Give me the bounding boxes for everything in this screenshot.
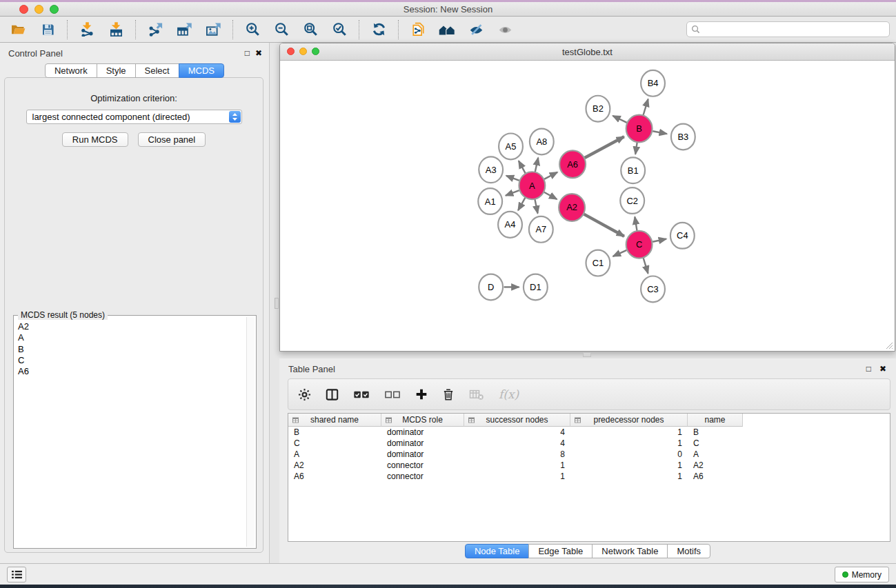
zoom-out-button[interactable] [267, 19, 296, 41]
export-network-button[interactable] [141, 19, 170, 41]
edge-C-C4[interactable] [653, 239, 666, 242]
graph-node-A1[interactable]: A1 [478, 188, 502, 214]
cell-predecessor-nodes[interactable]: 0 [570, 449, 688, 460]
edge-B-B2[interactable] [613, 116, 626, 123]
graph-node-A7[interactable]: A7 [529, 216, 553, 243]
close-panel-button-icon[interactable]: ✖ [255, 48, 262, 58]
cell-name[interactable]: C [688, 438, 743, 449]
cell-successor-nodes[interactable]: 4 [464, 438, 570, 449]
graph-node-B3[interactable]: B3 [671, 124, 695, 150]
cell-successor-nodes[interactable]: 4 [464, 427, 570, 438]
graph-node-A6[interactable]: A6 [559, 150, 586, 178]
search-box[interactable] [686, 21, 890, 37]
memory-button[interactable]: Memory [835, 567, 889, 582]
resize-grip-icon[interactable] [884, 341, 893, 349]
cell-name[interactable]: A [688, 449, 743, 460]
edge-B-B3[interactable] [653, 131, 667, 134]
graph-node-B[interactable]: B [626, 115, 653, 143]
graph-node-D[interactable]: D [479, 274, 503, 301]
table-row-a6[interactable]: A6connector11A6 [288, 471, 890, 482]
criterion-select[interactable]: largest connected component (directed) [26, 110, 242, 124]
table-settings-button[interactable] [298, 388, 311, 401]
cell-predecessor-nodes[interactable]: 1 [570, 460, 688, 471]
show-all-button[interactable] [490, 19, 519, 41]
edge-B-B1[interactable] [635, 142, 637, 154]
graph-node-A[interactable]: A [519, 172, 545, 199]
horizontal-splitter-handle[interactable] [583, 352, 591, 357]
unselect-all-columns-button[interactable] [384, 388, 401, 401]
edge-A6-B[interactable] [585, 136, 624, 158]
edge-A-A1[interactable] [506, 190, 519, 195]
graph-node-A2[interactable]: A2 [559, 194, 585, 221]
zoom-in-button[interactable] [238, 19, 267, 41]
edge-A-A3[interactable] [506, 176, 519, 181]
import-network-button[interactable] [72, 19, 101, 41]
cell-shared-name[interactable]: C [288, 438, 381, 449]
new-network-from-selection-button[interactable] [404, 19, 432, 41]
tab-mcds[interactable]: MCDS [179, 63, 224, 78]
cell-name[interactable]: B [688, 427, 743, 438]
hide-selected-button[interactable] [461, 19, 490, 41]
cell-predecessor-nodes[interactable]: 1 [570, 427, 688, 438]
export-table-button[interactable] [170, 19, 199, 41]
graph-node-C3[interactable]: C3 [641, 276, 665, 303]
graph-node-B1[interactable]: B1 [621, 157, 645, 183]
edge-C-C1[interactable] [613, 250, 627, 256]
network-canvas[interactable]: B4B2BB3A8A5A6A3B1AA1C2A2A4A7C4CC1C3DD1 [280, 61, 895, 351]
zoom-fit-button[interactable] [296, 19, 325, 41]
result-scrollbar[interactable] [246, 317, 255, 547]
table-tab-node-table[interactable]: Node Table [465, 544, 530, 558]
save-session-button[interactable] [33, 19, 62, 41]
edge-A-A6[interactable] [544, 172, 557, 179]
graph-node-A5[interactable]: A5 [499, 134, 523, 160]
column-header-shared-name[interactable]: shared name [288, 414, 381, 427]
cell-mcds-role[interactable]: dominator [381, 427, 464, 438]
zoom-selected-button[interactable] [325, 19, 354, 41]
edge-A2-C[interactable] [584, 214, 624, 236]
vertical-splitter-handle[interactable] [275, 298, 279, 309]
network-window-titlebar[interactable]: testGlobe.txt [280, 43, 895, 61]
graph-node-D1[interactable]: D1 [524, 274, 548, 301]
table-row-a[interactable]: Adominator80A [288, 449, 890, 460]
edge-C-C2[interactable] [635, 217, 637, 231]
cell-mcds-role[interactable]: dominator [381, 449, 464, 460]
delete-columns-button[interactable] [442, 388, 455, 401]
graph-node-C[interactable]: C [626, 231, 653, 258]
import-table-button[interactable] [101, 19, 130, 41]
cell-mcds-role[interactable]: connector [381, 471, 464, 482]
table-tab-motifs[interactable]: Motifs [667, 544, 710, 558]
first-neighbors-button[interactable] [432, 19, 461, 41]
cell-name[interactable]: A6 [688, 471, 743, 482]
cell-mcds-role[interactable]: dominator [381, 438, 464, 449]
result-item-a6[interactable]: A6 [18, 366, 245, 377]
graph-node-C2[interactable]: C2 [620, 187, 644, 214]
panel-list-button[interactable] [7, 567, 26, 582]
graph-node-C4[interactable]: C4 [670, 223, 695, 249]
edge-A-A8[interactable] [535, 158, 539, 172]
select-all-columns-button[interactable] [353, 388, 370, 401]
cell-shared-name[interactable]: A2 [288, 460, 381, 471]
table-row-c[interactable]: Cdominator41C [288, 438, 890, 449]
table-row-a2[interactable]: A2connector11A2 [288, 460, 890, 471]
cell-shared-name[interactable]: A [288, 449, 381, 460]
graph-node-A4[interactable]: A4 [498, 212, 522, 238]
result-item-a2[interactable]: A2 [18, 321, 245, 332]
edge-A-A7[interactable] [535, 199, 537, 214]
refresh-button[interactable] [364, 19, 393, 41]
cell-successor-nodes[interactable]: 1 [464, 471, 570, 482]
graph-node-B2[interactable]: B2 [586, 96, 610, 122]
column-header-mcds-role[interactable]: MCDS role [381, 414, 464, 427]
titlebar[interactable]: Session: New Session [0, 2, 896, 17]
cell-predecessor-nodes[interactable]: 1 [570, 471, 688, 482]
edge-B-B4[interactable] [643, 99, 648, 116]
float-table-panel-button[interactable]: □ [866, 364, 871, 374]
table-tab-edge-table[interactable]: Edge Table [528, 544, 593, 558]
graph-node-B4[interactable]: B4 [641, 70, 665, 97]
column-header-successor-nodes[interactable]: successor nodes [464, 414, 570, 427]
result-item-c[interactable]: C [18, 355, 245, 366]
graph-node-A3[interactable]: A3 [479, 156, 503, 183]
cell-name[interactable]: A2 [688, 460, 743, 471]
tab-select[interactable]: Select [135, 63, 179, 78]
cell-successor-nodes[interactable]: 8 [464, 449, 570, 460]
tab-network[interactable]: Network [45, 63, 97, 78]
